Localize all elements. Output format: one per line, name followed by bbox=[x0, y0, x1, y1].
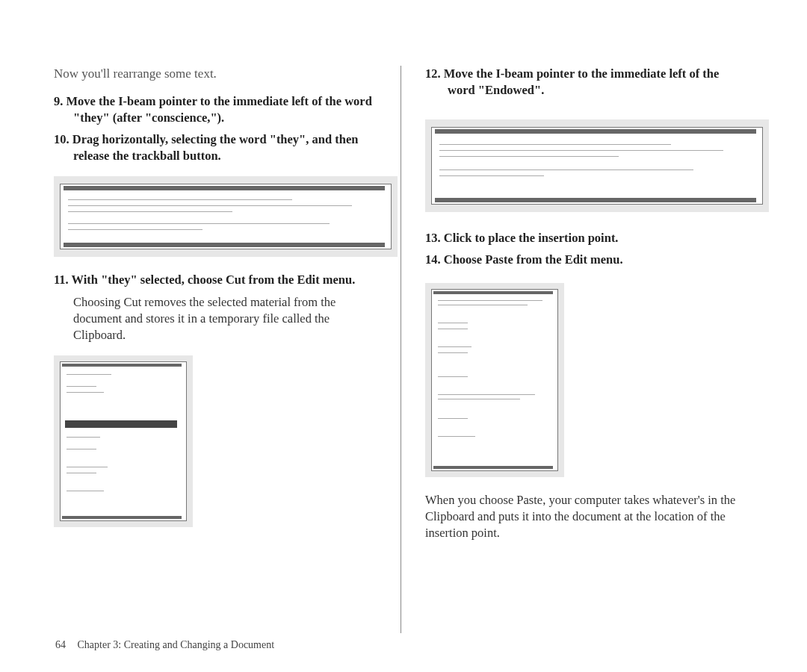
step-13-number: 13. bbox=[425, 231, 441, 245]
step-9-number: 9. bbox=[54, 94, 63, 108]
step-11-text: With "they" selected, choose Cut from th… bbox=[69, 273, 356, 287]
step-12-text: Move the I-beam pointer to the immediate… bbox=[441, 66, 720, 97]
step-14-text: Choose Paste from the Edit menu. bbox=[441, 252, 623, 267]
step-9-text: Move the I-beam pointer to the immediate… bbox=[63, 94, 371, 125]
step-14: 14. Choose Paste from the Edit menu. bbox=[425, 252, 748, 268]
paste-explanation: When you choose Paste, your computer tak… bbox=[425, 492, 748, 541]
step-14-number: 14. bbox=[425, 252, 441, 267]
step-13-text: Click to place the insertion point. bbox=[441, 231, 619, 245]
page-number: 64 bbox=[55, 639, 66, 650]
step-10: 10. Drag horizontally, selecting the wor… bbox=[54, 131, 380, 164]
step-13: 13. Click to place the insertion point. bbox=[425, 230, 748, 246]
page-content: Now you'll rearrange some text. 9. Move … bbox=[0, 0, 807, 567]
left-column: Now you'll rearrange some text. 9. Move … bbox=[54, 66, 398, 567]
right-column: 12. Move the I-beam pointer to the immed… bbox=[404, 66, 748, 567]
step-10-text: Drag horizontally, selecting the word "t… bbox=[69, 132, 359, 163]
screenshot-4-inner bbox=[431, 289, 558, 471]
chapter-title: Chapter 3: Creating and Changing a Docum… bbox=[78, 639, 275, 650]
screenshot-1-inner bbox=[60, 184, 392, 249]
screenshot-1 bbox=[54, 176, 398, 257]
screenshot-2-inner bbox=[60, 361, 187, 521]
intro-text: Now you'll rearrange some text. bbox=[54, 66, 380, 83]
screenshot-3-inner bbox=[431, 127, 763, 205]
page-footer: 64 Chapter 3: Creating and Changing a Do… bbox=[55, 639, 274, 651]
column-divider bbox=[401, 66, 401, 633]
screenshot-4 bbox=[425, 283, 564, 477]
step-11: 11. With "they" selected, choose Cut fro… bbox=[54, 272, 380, 288]
step-11-number: 11. bbox=[54, 273, 69, 287]
step-10-number: 10. bbox=[54, 132, 69, 146]
step-12-number: 12. bbox=[425, 66, 441, 81]
step-12: 12. Move the I-beam pointer to the immed… bbox=[425, 66, 748, 99]
screenshot-3 bbox=[425, 119, 769, 212]
step-9: 9. Move the I-beam pointer to the immedi… bbox=[54, 93, 380, 126]
step-11-body: Choosing Cut removes the selected materi… bbox=[73, 294, 380, 343]
screenshot-2 bbox=[54, 355, 193, 527]
